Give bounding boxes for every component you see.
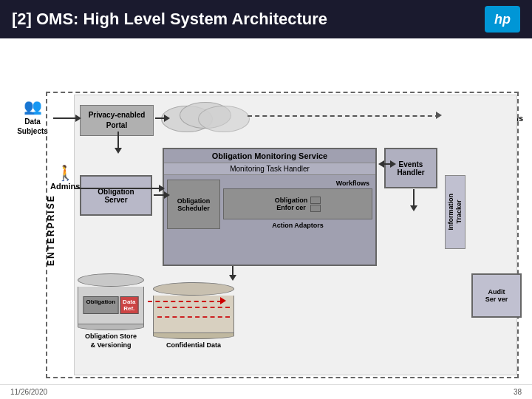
footer-page: 38 bbox=[514, 388, 522, 396]
arrow-head-portal bbox=[164, 115, 170, 122]
enforcer-icon-2 bbox=[310, 205, 321, 212]
information-tracker-box: Information Tracker bbox=[445, 175, 466, 249]
obligation-server-box: Obligation Server bbox=[80, 175, 152, 216]
arrow-v-line-portal bbox=[117, 132, 119, 148]
obligation-label: Obligation bbox=[83, 296, 119, 314]
arrow-v-oms-db bbox=[232, 266, 233, 275]
data-ref-label: Data Ref. bbox=[120, 296, 138, 314]
obligation-enforcer-area: Workflows Obligation Enfor cer Action Ad… bbox=[223, 180, 372, 229]
cyl2-line1 bbox=[157, 307, 230, 308]
arrow-head-server-sched bbox=[164, 191, 170, 199]
arrow-head-oms-db bbox=[229, 275, 236, 281]
oval-3 bbox=[198, 106, 250, 132]
confidential-data-label: Confidential Data bbox=[166, 341, 221, 350]
obligation-store-cylinder: Obligation Data Ref. Obligation Store & … bbox=[78, 273, 144, 349]
arrow-line-events bbox=[384, 163, 390, 165]
workflows-label: Workflows bbox=[223, 180, 372, 187]
events-handler-box: Events Handler bbox=[384, 148, 437, 188]
admins-left-icon: 🚶 bbox=[50, 164, 80, 182]
arrow-server-to-scheduler bbox=[154, 191, 170, 199]
main-content: Applications and Services 👥 Data Subject… bbox=[0, 38, 532, 399]
cyl1-labels: Obligation Data Ref. bbox=[83, 296, 139, 314]
arrow-line-ds bbox=[53, 117, 75, 119]
arrow-head-left-events bbox=[378, 160, 384, 168]
cyl2-line2 bbox=[157, 316, 230, 318]
enterprise-label: ENTERPRISE bbox=[46, 186, 68, 275]
arrow-v-events bbox=[413, 189, 415, 205]
arrow-line-server-sched bbox=[154, 194, 164, 196]
information-tracker-label: Information Tracker bbox=[447, 194, 463, 231]
page-header: [2] OMS: High Level System Architecture … bbox=[0, 0, 532, 38]
arrow-portal-down bbox=[115, 132, 122, 154]
cyl2-bottom bbox=[153, 332, 234, 339]
audit-server-box: Audit Ser ver bbox=[471, 273, 522, 318]
obligation-enforcer-box: Obligation Enfor cer bbox=[223, 188, 372, 219]
cyl2-top bbox=[153, 282, 234, 296]
arrow-head-down-portal bbox=[115, 148, 122, 154]
red-dashed-arrow bbox=[148, 301, 222, 302]
portal-ovals bbox=[161, 102, 242, 135]
oms-box: Obligation Monitoring Service Monitoring… bbox=[163, 148, 377, 266]
obligation-store-label: Obligation Store & Versioning bbox=[85, 332, 137, 349]
arrow-head-admins bbox=[436, 112, 442, 119]
arrow-head-events-down bbox=[410, 205, 417, 211]
arrow-oms-to-db bbox=[229, 266, 236, 281]
red-arrow-head bbox=[220, 297, 226, 304]
arrow-line-portal bbox=[155, 117, 164, 119]
page-title: [2] OMS: High Level System Architecture bbox=[12, 10, 327, 29]
cyl1-body: Obligation Data Ref. bbox=[78, 287, 144, 324]
monitoring-task-handler: Monitoring Task Handler bbox=[164, 163, 375, 175]
footer-date: 11/26/2020 bbox=[10, 388, 47, 396]
arrow-line-admins bbox=[74, 188, 159, 189]
arrow-portal-to-oval bbox=[155, 115, 170, 122]
arrow-events-down bbox=[410, 189, 417, 211]
oms-inner-content: Obligation Scheduler Workflows Obligatio… bbox=[164, 177, 375, 232]
cyl1-top bbox=[78, 273, 144, 287]
arrow-admins-to-oms bbox=[74, 185, 165, 192]
hp-logo-icon: hp bbox=[485, 6, 520, 33]
arrow-ds-to-portal bbox=[53, 115, 81, 122]
database-area: Obligation Data Ref. Obligation Store & … bbox=[78, 273, 234, 349]
confidential-data-cylinder: Confidential Data bbox=[153, 282, 234, 350]
arrow-oms-to-events bbox=[378, 160, 396, 168]
oms-title: Obligation Monitoring Service bbox=[164, 149, 375, 163]
arrow-head-ds bbox=[75, 115, 81, 122]
dashed-arrow-to-admins bbox=[248, 115, 440, 117]
enforcer-icon-1 bbox=[310, 197, 321, 204]
action-adaptors-label: Action Adaptors bbox=[223, 222, 372, 229]
obligation-scheduler-box: Obligation Scheduler bbox=[167, 180, 220, 229]
cyl1-bottom bbox=[78, 324, 144, 330]
page-footer: 11/26/2020 38 bbox=[0, 384, 532, 399]
arrow-head-events bbox=[390, 160, 396, 168]
